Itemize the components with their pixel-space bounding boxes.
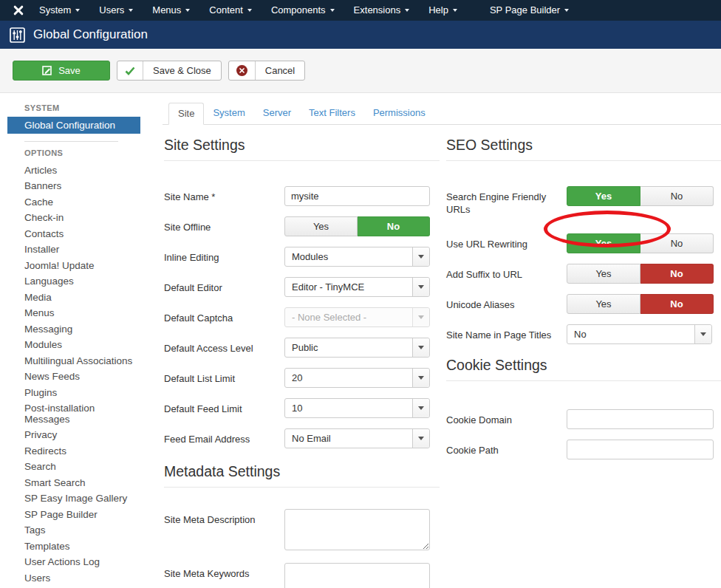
menubar-item[interactable]: Help: [419, 0, 467, 21]
sidebar-options-header: OPTIONS: [24, 148, 163, 157]
form-row-url-rewriting: Use URL Rewriting Yes No: [446, 233, 721, 253]
default-editor-select[interactable]: Editor - TinyMCE: [284, 277, 430, 297]
default-feed-limit-select[interactable]: 10: [284, 398, 430, 418]
menubar-item[interactable]: Users: [89, 0, 143, 21]
sidebar-item[interactable]: Post-installation Messages: [0, 401, 163, 428]
sidebar-item[interactable]: Check-in: [0, 211, 163, 227]
sidebar-item[interactable]: News Feeds: [0, 369, 163, 386]
sidebar-item[interactable]: Tags: [0, 523, 163, 539]
form-row-site-name: Site Name *: [164, 186, 440, 206]
tab-site[interactable]: Site: [168, 103, 204, 125]
sitename-in-titles-select[interactable]: No: [567, 324, 712, 344]
sidebar-item[interactable]: Modules: [0, 338, 163, 354]
sidebar-item-global-configuration[interactable]: Global Configuration: [7, 117, 140, 134]
cancel-button[interactable]: Cancel: [228, 61, 305, 81]
site-offline-yes-button[interactable]: Yes: [284, 216, 358, 236]
site-offline-label: Site Offline: [164, 216, 284, 236]
sidebar-item[interactable]: Messaging: [0, 321, 163, 338]
form-row-default-feed-limit: Default Feed Limit 10: [164, 398, 440, 418]
sef-urls-no-button[interactable]: No: [640, 186, 714, 206]
default-captcha-label: Default Captcha: [164, 307, 284, 327]
sidebar-item[interactable]: Smart Search: [0, 475, 163, 491]
default-list-limit-label: Default List Limit: [164, 368, 284, 388]
site-settings-column: Site Settings Site Name * Site Offline Y…: [164, 125, 440, 588]
default-list-limit-select[interactable]: 20: [284, 368, 430, 388]
form-row-default-captcha: Default Captcha - None Selected -: [164, 307, 440, 327]
add-suffix-no-button[interactable]: No: [640, 264, 714, 284]
caret-down-icon[interactable]: [412, 338, 429, 357]
sidebar-item[interactable]: Multilingual Associations: [0, 353, 163, 369]
sidebar-item[interactable]: SP Page Builder: [0, 507, 163, 523]
url-rewriting-label: Use URL Rewriting: [446, 233, 567, 253]
caret-down-icon[interactable]: [412, 399, 429, 417]
caret-down-icon[interactable]: [412, 247, 429, 266]
caret-down-icon[interactable]: [412, 369, 429, 387]
menubar-item[interactable]: SP Page Builder: [480, 0, 578, 21]
feed-email-address-label: Feed Email Address: [164, 428, 284, 448]
default-editor-label: Default Editor: [164, 277, 284, 297]
unicode-aliases-yes-button[interactable]: Yes: [567, 294, 640, 314]
sliders-icon: [10, 27, 25, 43]
default-access-level-label: Default Access Level: [164, 338, 284, 358]
url-rewriting-yes-button[interactable]: Yes: [567, 233, 640, 253]
sidebar-item[interactable]: Cache: [0, 194, 163, 211]
sef-urls-yes-button[interactable]: Yes: [567, 186, 640, 206]
sidebar-item[interactable]: SP Easy Image Gallery: [0, 491, 163, 507]
form-row-cookie-domain: Cookie Domain: [446, 409, 721, 429]
save-button[interactable]: Save: [13, 61, 110, 81]
sidebar-item[interactable]: Privacy: [0, 428, 163, 444]
sidebar-item[interactable]: Articles: [0, 163, 163, 179]
sidebar-item[interactable]: Installer: [0, 242, 163, 259]
save-close-button[interactable]: Save & Close: [117, 61, 222, 81]
site-name-label: Site Name *: [164, 186, 284, 206]
main-content: Site System Server Text Filters Permissi…: [163, 93, 721, 588]
caret-down-icon[interactable]: [412, 278, 429, 296]
sidebar-item[interactable]: Joomla! Update: [0, 258, 163, 274]
sidebar-item[interactable]: Languages: [0, 274, 163, 290]
sidebar-item[interactable]: Media: [0, 290, 163, 306]
add-suffix-label: Add Suffix to URL: [446, 264, 567, 284]
add-suffix-yes-button[interactable]: Yes: [567, 264, 640, 284]
sidebar-item[interactable]: Templates: [0, 539, 163, 555]
site-meta-keywords-textarea[interactable]: [284, 563, 430, 588]
tab-text-filters[interactable]: Text Filters: [300, 103, 364, 124]
cookie-domain-input[interactable]: [567, 409, 714, 429]
url-rewriting-no-button[interactable]: No: [640, 233, 714, 253]
site-offline-no-button[interactable]: No: [358, 216, 430, 236]
sidebar-item[interactable]: Plugins: [0, 385, 163, 401]
chevron-down-icon: [405, 9, 409, 12]
chevron-down-icon: [330, 9, 335, 12]
default-access-level-select[interactable]: Public: [284, 338, 430, 358]
site-settings-heading: Site Settings: [164, 137, 440, 161]
default-captcha-select: - None Selected -: [284, 307, 430, 327]
caret-down-icon[interactable]: [412, 429, 429, 448]
chevron-down-icon: [453, 9, 457, 12]
form-row-cookie-path: Cookie Path: [446, 440, 721, 459]
cookie-path-input[interactable]: [567, 440, 714, 459]
menubar-item[interactable]: System: [30, 0, 89, 21]
tab-server[interactable]: Server: [254, 103, 300, 124]
site-meta-description-textarea[interactable]: [284, 509, 430, 550]
menubar-item[interactable]: Extensions: [344, 0, 420, 21]
tab-system[interactable]: System: [204, 103, 253, 124]
sidebar-item[interactable]: User Actions Log: [0, 555, 163, 571]
sidebar-item[interactable]: Contacts: [0, 226, 163, 242]
menubar-item[interactable]: Components: [262, 0, 344, 21]
menubar-item[interactable]: Content: [199, 0, 262, 21]
sidebar-item[interactable]: Users: [0, 570, 163, 587]
form-row-default-editor: Default Editor Editor - TinyMCE: [164, 277, 440, 297]
form-row-site-offline: Site Offline Yes No: [164, 216, 440, 236]
inline-editing-select[interactable]: Modules: [284, 247, 430, 267]
caret-down-icon[interactable]: [694, 325, 711, 343]
menubar-item[interactable]: Menus: [143, 0, 199, 21]
sidebar-item[interactable]: Redirects: [0, 443, 163, 459]
sidebar-item[interactable]: Menus: [0, 306, 163, 322]
sidebar-item[interactable]: Search: [0, 459, 163, 476]
sidebar-item[interactable]: Banners: [0, 179, 163, 195]
feed-email-address-select[interactable]: No Email: [284, 428, 430, 448]
site-name-input[interactable]: [284, 186, 430, 206]
unicode-aliases-no-button[interactable]: No: [640, 294, 714, 314]
inline-editing-label: Inline Editing: [164, 247, 284, 267]
tab-permissions[interactable]: Permissions: [364, 103, 434, 124]
site-offline-toggle: Yes No: [284, 216, 430, 236]
